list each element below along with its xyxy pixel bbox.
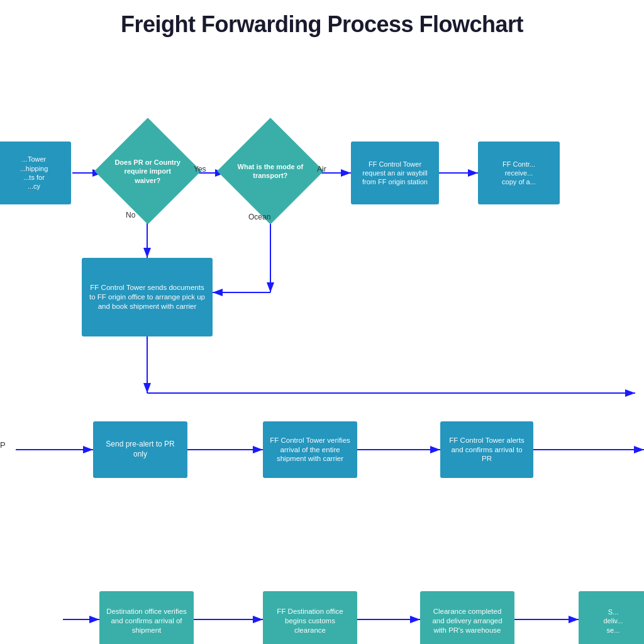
yes-label: Yes [194, 165, 206, 174]
diamond-mode-transport-label: What is the mode of transport? [233, 159, 308, 184]
ff-tower-copy-box: FF Contr...receive...copy of a... [478, 142, 560, 204]
flowchart: ...Tower...hipping...ts for...cy Does PR… [0, 44, 644, 644]
ff-tower-air-box: FF Control Tower request an air waybill … [351, 142, 439, 204]
dest-office-verifies-box: Destination office verifies and confirms… [99, 591, 194, 644]
ff-dest-customs-box: FF Destination office begins customs cle… [263, 591, 357, 644]
air-label: Air [317, 165, 326, 174]
diamond-import-waiver: Does PR or Country require import waiver… [103, 126, 193, 216]
arrows-overlay [0, 44, 644, 644]
ff-alerts-pr-box: FF Control Tower alerts and confirms arr… [440, 421, 533, 478]
p-label: P [0, 440, 6, 450]
diamond-mode-transport: What is the mode of transport? [225, 126, 316, 216]
ff-tower-sends-box: FF Control Tower sends documents to FF o… [82, 258, 213, 336]
send-prealert-box: Send pre-alert to PR only [93, 421, 187, 478]
clearance-delivery-box: Clearance completed and delivery arrange… [420, 591, 514, 644]
right-partial-box: S...deliv...se... [579, 591, 644, 644]
ff-verifies-arrival-box: FF Control Tower verifies arrival of the… [263, 421, 357, 478]
diamond-import-waiver-label: Does PR or Country require import waiver… [110, 155, 186, 188]
page-title: Freight Forwarding Process Flowchart [0, 0, 644, 44]
left-partial-box: ...Tower...hipping...ts for...cy [0, 142, 71, 204]
no-label: No [126, 211, 135, 219]
ocean-label: Ocean [248, 213, 270, 221]
